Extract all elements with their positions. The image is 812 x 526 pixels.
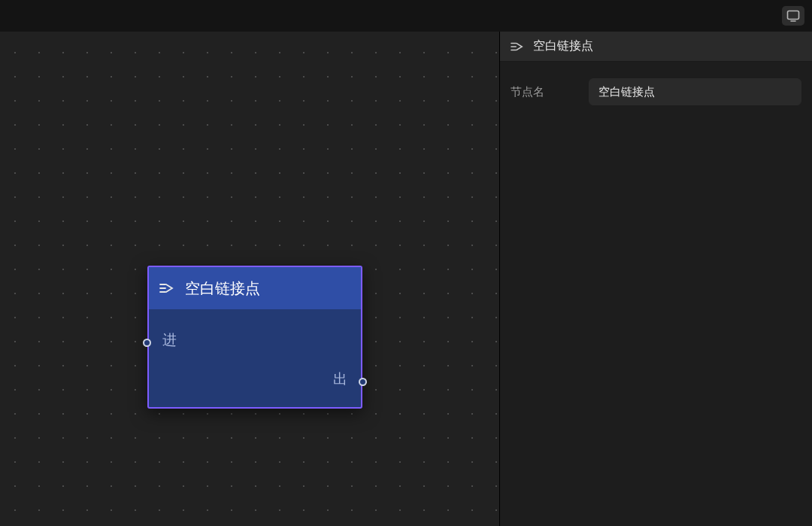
node-port-out-label: 出 <box>333 369 347 389</box>
node-pin-in[interactable] <box>143 339 151 347</box>
workspace: 空白链接点 进 出 空白链接点 节点名 <box>0 32 812 526</box>
cast-button[interactable] <box>782 6 804 26</box>
node-name-label: 节点名 <box>511 85 575 99</box>
inspector-header-title: 空白链接点 <box>533 38 593 54</box>
node-canvas[interactable]: 空白链接点 进 出 <box>0 32 499 526</box>
node-body: 进 出 <box>149 309 361 407</box>
node-blank-link[interactable]: 空白链接点 进 出 <box>147 266 362 409</box>
inspector-panel: 空白链接点 节点名 <box>499 32 812 526</box>
svg-rect-0 <box>788 11 799 20</box>
node-title: 空白链接点 <box>185 278 260 299</box>
node-port-in-label: 进 <box>162 330 177 350</box>
node-pin-out[interactable] <box>359 378 367 386</box>
node-name-input[interactable] <box>589 78 801 105</box>
link-node-icon <box>159 281 174 295</box>
cast-icon <box>786 10 800 22</box>
link-node-icon <box>511 41 524 53</box>
node-header[interactable]: 空白链接点 <box>149 267 361 309</box>
topbar <box>0 0 812 32</box>
inspector-header: 空白链接点 <box>500 32 812 62</box>
inspector-row-node-name: 节点名 <box>500 62 812 105</box>
